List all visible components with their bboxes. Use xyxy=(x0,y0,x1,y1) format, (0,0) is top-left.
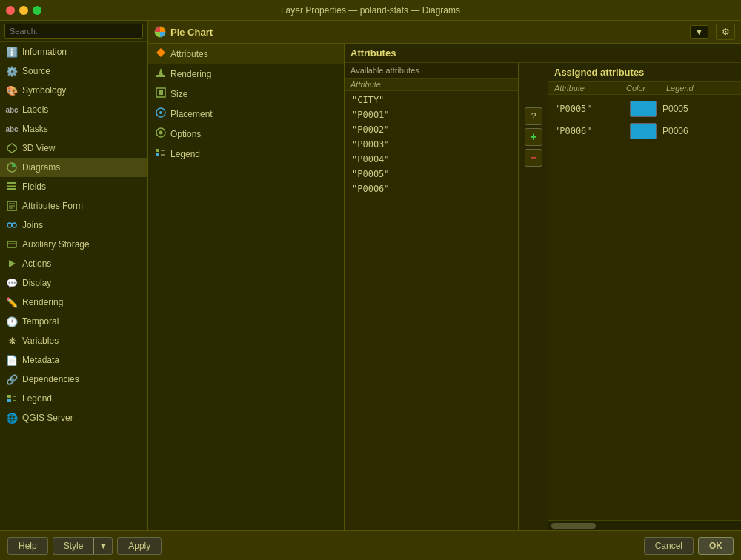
assigned-attributes-list: "P0005" P0005 "P0006" P0006 xyxy=(548,95,741,520)
maximize-button[interactable] xyxy=(33,6,41,15)
sidebar-item-labels[interactable]: abc Labels xyxy=(0,100,147,119)
diagram-type-label: Pie Chart xyxy=(170,27,213,38)
sidebar-item-legend[interactable]: Legend xyxy=(0,389,147,408)
ok-button[interactable]: OK xyxy=(698,537,734,555)
close-button[interactable] xyxy=(6,6,15,15)
menu-item-legend[interactable]: Legend xyxy=(148,144,344,164)
sidebar-item-diagrams[interactable]: Diagrams xyxy=(0,158,147,177)
legend-icon xyxy=(6,393,18,404)
style-button[interactable]: Style xyxy=(53,537,94,555)
available-attr-city[interactable]: "CITY" xyxy=(345,93,518,107)
svg-marker-21 xyxy=(159,68,163,75)
menu-item-options[interactable]: Options xyxy=(148,124,344,144)
sidebar-item-actions[interactable]: Actions xyxy=(0,254,147,273)
assigned-scrollbar[interactable] xyxy=(548,520,741,530)
sidebar-label-symbology: Symbology xyxy=(22,85,66,96)
sidebar-item-rendering[interactable]: ✏️ Rendering xyxy=(0,293,147,312)
sidebar-label-joins: Joins xyxy=(22,220,43,230)
assigned-item-p0006[interactable]: "P0006" P0006 xyxy=(548,120,741,142)
assigned-item-p0005[interactable]: "P0005" P0005 xyxy=(548,98,741,120)
apply-button[interactable]: Apply xyxy=(117,537,162,555)
actions-icon xyxy=(6,258,18,270)
sidebar-item-qgis-server[interactable]: 🌐 QGIS Server xyxy=(0,408,147,427)
svg-point-10 xyxy=(12,223,16,227)
svg-marker-19 xyxy=(156,48,165,57)
minimize-button[interactable] xyxy=(19,6,28,15)
assigned-attr-label-p0005: "P0005" xyxy=(554,104,627,114)
sidebar-item-dependencies[interactable]: 🔗 Dependencies xyxy=(0,370,147,389)
auxiliary-storage-icon xyxy=(6,239,18,250)
window-title: Layer Properties — poland-stats — Diagra… xyxy=(281,5,460,16)
svg-point-27 xyxy=(159,131,163,135)
assigned-table-header: Attribute Color Legend xyxy=(548,82,741,95)
color-swatch-p0006[interactable] xyxy=(630,123,657,139)
attributes-menu-label: Attributes xyxy=(170,49,208,59)
menu-item-placement[interactable]: Placement xyxy=(148,104,344,124)
sidebar-item-information[interactable]: ℹ️ Information xyxy=(0,42,147,61)
variables-icon: ❋ xyxy=(6,335,18,347)
sidebar-label-information: Information xyxy=(22,47,67,57)
settings-button[interactable]: ⚙ xyxy=(716,24,735,40)
svg-marker-13 xyxy=(9,260,16,267)
assigned-legend-p0005: P0005 xyxy=(659,104,735,114)
sidebar-item-symbology[interactable]: 🎨 Symbology xyxy=(0,81,147,100)
sidebar: ℹ️ Information ⚙️ Source 🎨 Symbology abc… xyxy=(0,21,148,530)
available-attributes-section: Available attributes Attribute "CITY" "P… xyxy=(345,63,519,530)
sidebar-label-actions: Actions xyxy=(22,259,51,269)
help-button[interactable]: Help xyxy=(7,537,48,555)
joins-icon xyxy=(6,219,18,231)
available-table-header: Attribute xyxy=(345,79,518,91)
search-input[interactable] xyxy=(4,24,143,39)
legend-menu-label: Legend xyxy=(170,149,200,159)
available-attr-p0002[interactable]: "P0002" xyxy=(345,122,518,137)
pie-chart-icon xyxy=(154,26,166,38)
menu-item-size[interactable]: Size xyxy=(148,84,344,104)
information-icon: ℹ️ xyxy=(6,46,18,58)
cancel-button[interactable]: Cancel xyxy=(644,537,694,555)
sidebar-label-source: Source xyxy=(22,66,50,76)
sidebar-label-auxiliary-storage: Auxiliary Storage xyxy=(22,239,90,250)
add-attribute-button[interactable]: + xyxy=(525,128,542,146)
color-swatch-p0005[interactable] xyxy=(630,101,657,117)
diagram-menu: Attributes Rendering Size xyxy=(148,44,345,530)
sidebar-item-attributes-form[interactable]: Attributes Form xyxy=(0,196,147,216)
sidebar-item-joins[interactable]: Joins xyxy=(0,216,147,235)
sidebar-item-auxiliary-storage[interactable]: Auxiliary Storage xyxy=(0,235,147,254)
available-attr-p0001[interactable]: "P0001" xyxy=(345,107,518,122)
available-attributes-list: "CITY" "P0001" "P0002" "P0003" "P0004" "… xyxy=(345,91,518,530)
available-attr-p0004[interactable]: "P0004" xyxy=(345,152,518,167)
svg-point-9 xyxy=(7,223,12,227)
style-dropdown-button[interactable]: ▼ xyxy=(93,537,113,555)
sidebar-item-source[interactable]: ⚙️ Source xyxy=(0,61,147,81)
placement-menu-label: Placement xyxy=(170,109,213,119)
available-attr-p0003[interactable]: "P0003" xyxy=(345,137,518,152)
scroll-thumb xyxy=(551,523,596,529)
question-button[interactable]: ? xyxy=(525,107,542,125)
assigned-attributes-section: Assigned attributes Attribute Color Lege… xyxy=(548,63,741,530)
diagram-type-dropdown[interactable]: ▼ xyxy=(690,25,708,39)
svg-rect-3 xyxy=(7,186,16,187)
labels-icon: abc xyxy=(6,104,18,116)
sidebar-item-metadata[interactable]: 📄 Metadata xyxy=(0,350,147,370)
sidebar-item-variables[interactable]: ❋ Variables xyxy=(0,331,147,350)
sidebar-label-labels: Labels xyxy=(22,104,48,115)
chart-header: Pie Chart ▼ ⚙ xyxy=(148,21,741,44)
sidebar-item-display[interactable]: 💬 Display xyxy=(0,273,147,293)
sidebar-item-temporal[interactable]: 🕐 Temporal xyxy=(0,312,147,331)
search-bar[interactable] xyxy=(0,21,147,42)
3dview-icon xyxy=(6,142,18,154)
sidebar-label-variables: Variables xyxy=(22,336,59,346)
available-attr-p0006[interactable]: "P0006" xyxy=(345,181,518,196)
assigned-legend-p0006: P0006 xyxy=(659,126,735,136)
menu-item-rendering[interactable]: Rendering xyxy=(148,64,344,84)
window-controls[interactable] xyxy=(6,6,41,15)
sidebar-item-3dview[interactable]: 3D View xyxy=(0,139,147,158)
available-attr-p0005[interactable]: "P0005" xyxy=(345,167,518,181)
rendering-menu-icon xyxy=(156,67,166,80)
menu-item-attributes[interactable]: Attributes xyxy=(148,44,344,64)
legend-menu-icon xyxy=(156,147,166,160)
sidebar-item-fields[interactable]: Fields xyxy=(0,177,147,196)
remove-attribute-button[interactable]: − xyxy=(525,149,542,167)
svg-rect-11 xyxy=(7,241,16,247)
sidebar-item-masks[interactable]: abc Masks xyxy=(0,119,147,139)
